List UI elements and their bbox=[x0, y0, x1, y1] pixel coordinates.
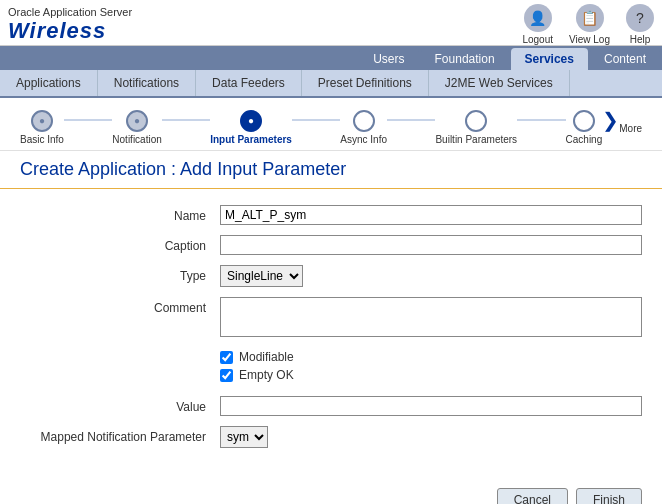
nav-data-feeders[interactable]: Data Feeders bbox=[196, 70, 302, 96]
logo-area: Oracle Application Server Wireless bbox=[8, 6, 132, 44]
top-nav-services[interactable]: Services bbox=[511, 48, 588, 70]
finish-button[interactable]: Finish bbox=[576, 488, 642, 504]
wizard-circle-builtin-parameters bbox=[465, 110, 487, 132]
wizard-label-notification: Notification bbox=[112, 134, 161, 145]
input-value[interactable] bbox=[220, 396, 642, 416]
nav-notifications[interactable]: Notifications bbox=[98, 70, 196, 96]
logout-button[interactable]: 👤 Logout bbox=[522, 4, 553, 45]
wizard-label-caching: Caching bbox=[566, 134, 603, 145]
checkbox-modifiable[interactable] bbox=[220, 351, 233, 364]
label-comment: Comment bbox=[20, 297, 220, 315]
control-value bbox=[220, 396, 642, 416]
nav-j2me-web-services[interactable]: J2ME Web Services bbox=[429, 70, 570, 96]
logout-label: Logout bbox=[522, 34, 553, 45]
wizard: ● Basic Info ● Notification ● Input Para… bbox=[0, 98, 662, 151]
checkbox-row-empty-ok: Empty OK bbox=[220, 368, 642, 382]
textarea-comment[interactable] bbox=[220, 297, 642, 337]
wizard-step-notification: ● Notification bbox=[112, 110, 161, 145]
wizard-circle-input-parameters: ● bbox=[240, 110, 262, 132]
wizard-circle-basic-info: ● bbox=[31, 110, 53, 132]
control-caption bbox=[220, 235, 642, 255]
button-area: Cancel Finish bbox=[0, 478, 662, 504]
form-row-checkboxes: Modifiable Empty OK bbox=[20, 350, 642, 386]
checkbox-row-modifiable: Modifiable bbox=[220, 350, 642, 364]
top-nav: Users Foundation Services Content bbox=[0, 46, 662, 70]
wizard-step-async-info: Async Info bbox=[340, 110, 387, 145]
wizard-circle-async-info bbox=[353, 110, 375, 132]
help-label: Help bbox=[630, 34, 651, 45]
form-row-name: Name bbox=[20, 205, 642, 225]
control-mapped: sym bbox=[220, 426, 642, 448]
top-nav-content[interactable]: Content bbox=[590, 48, 660, 70]
top-nav-foundation[interactable]: Foundation bbox=[421, 48, 509, 70]
select-mapped[interactable]: sym bbox=[220, 426, 268, 448]
form-row-mapped: Mapped Notification Parameter sym bbox=[20, 426, 642, 448]
label-empty-ok: Empty OK bbox=[239, 368, 294, 382]
second-nav: Applications Notifications Data Feeders … bbox=[0, 70, 662, 98]
input-name[interactable] bbox=[220, 205, 642, 225]
wizard-step-caching: Caching bbox=[566, 110, 603, 145]
label-modifiable: Modifiable bbox=[239, 350, 294, 364]
viewlog-label: View Log bbox=[569, 34, 610, 45]
logo: Wireless bbox=[8, 18, 132, 44]
wizard-step-more[interactable]: More bbox=[619, 121, 642, 134]
wizard-step-basic-info: ● Basic Info bbox=[20, 110, 64, 145]
wizard-line-4 bbox=[387, 119, 435, 121]
wizard-line-3 bbox=[292, 119, 340, 121]
wizard-step-input-parameters: ● Input Parameters bbox=[210, 110, 292, 145]
label-checkboxes bbox=[20, 350, 220, 354]
control-comment bbox=[220, 297, 642, 340]
cancel-button[interactable]: Cancel bbox=[497, 488, 568, 504]
label-caption: Caption bbox=[20, 235, 220, 253]
wizard-line-1 bbox=[64, 119, 112, 121]
page-title: Create Application : Add Input Parameter bbox=[0, 151, 662, 189]
wizard-label-builtin-parameters: Builtin Parameters bbox=[435, 134, 517, 145]
select-type[interactable]: SingleLine MultiLine Number Date bbox=[220, 265, 303, 287]
label-type: Type bbox=[20, 265, 220, 283]
top-nav-users[interactable]: Users bbox=[359, 48, 418, 70]
wizard-more-arrow[interactable]: ❯ bbox=[602, 108, 619, 132]
form-row-value: Value bbox=[20, 396, 642, 416]
header-icons: 👤 Logout 📋 View Log ? Help bbox=[522, 4, 654, 45]
logout-icon: 👤 bbox=[524, 4, 552, 32]
control-name bbox=[220, 205, 642, 225]
form-area: Name Caption Type SingleLine MultiLine N… bbox=[0, 189, 662, 474]
viewlog-button[interactable]: 📋 View Log bbox=[569, 4, 610, 45]
help-button[interactable]: ? Help bbox=[626, 4, 654, 45]
control-checkboxes: Modifiable Empty OK bbox=[220, 350, 642, 386]
form-row-comment: Comment bbox=[20, 297, 642, 340]
input-caption[interactable] bbox=[220, 235, 642, 255]
wizard-circle-notification: ● bbox=[126, 110, 148, 132]
wizard-line-5 bbox=[517, 119, 565, 121]
label-value: Value bbox=[20, 396, 220, 414]
wizard-label-async-info: Async Info bbox=[340, 134, 387, 145]
label-mapped: Mapped Notification Parameter bbox=[20, 426, 220, 444]
wizard-circle-caching bbox=[573, 110, 595, 132]
form-row-caption: Caption bbox=[20, 235, 642, 255]
help-icon: ? bbox=[626, 4, 654, 32]
wizard-label-basic-info: Basic Info bbox=[20, 134, 64, 145]
nav-applications[interactable]: Applications bbox=[0, 70, 98, 96]
control-type: SingleLine MultiLine Number Date bbox=[220, 265, 642, 287]
wizard-line-2 bbox=[162, 119, 210, 121]
app-title: Oracle Application Server bbox=[8, 6, 132, 18]
viewlog-icon: 📋 bbox=[576, 4, 604, 32]
wizard-label-input-parameters: Input Parameters bbox=[210, 134, 292, 145]
nav-preset-definitions[interactable]: Preset Definitions bbox=[302, 70, 429, 96]
header: Oracle Application Server Wireless 👤 Log… bbox=[0, 0, 662, 46]
wizard-step-builtin-parameters: Builtin Parameters bbox=[435, 110, 517, 145]
label-name: Name bbox=[20, 205, 220, 223]
checkbox-empty-ok[interactable] bbox=[220, 369, 233, 382]
form-row-type: Type SingleLine MultiLine Number Date bbox=[20, 265, 642, 287]
wizard-label-more: More bbox=[619, 123, 642, 134]
